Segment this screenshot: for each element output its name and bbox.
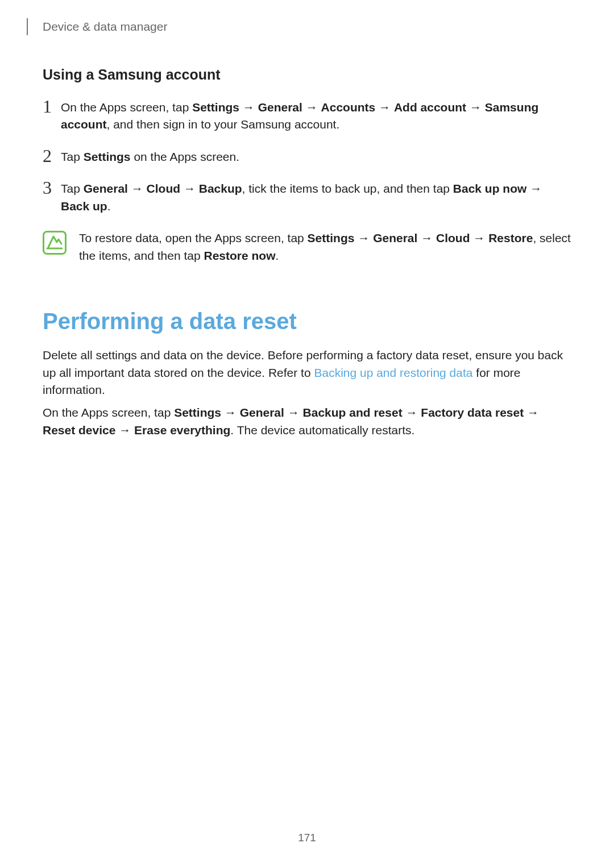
bold: Cloud [436,231,470,244]
bold: General [373,231,417,244]
page-content: Device & data manager Using a Samsung ac… [0,0,614,868]
arrow-icon: → [302,101,321,114]
bold: General [240,406,284,419]
bold: Restore [488,231,533,244]
bold: Settings [84,150,131,163]
bold: Backup [199,182,242,195]
step-number: 3 [43,178,61,197]
text: , and then sign in to your Samsung accou… [107,118,340,131]
text: Tap [61,150,84,163]
step-body: Tap Settings on the Apps screen. [61,148,571,165]
note-block: To restore data, open the Apps screen, t… [43,230,571,264]
page-number: 171 [0,832,614,844]
arrow-icon: → [128,182,147,195]
text: . [276,249,279,262]
bold: Settings [174,406,221,419]
bold: Backup and reset [303,406,403,419]
arrow-icon: → [180,182,199,195]
header-divider [27,18,28,35]
arrow-icon: → [375,101,394,114]
arrow-icon: → [284,406,303,419]
step-1: 1 On the Apps screen, tap Settings → Gen… [43,99,571,134]
body-paragraph: On the Apps screen, tap Settings → Gener… [43,404,571,439]
bold: Back up now [453,182,527,195]
text: on the Apps screen. [131,150,239,163]
arrow-icon: → [239,101,258,114]
bold: Back up [61,200,107,213]
bold: Restore now [204,249,275,262]
cross-reference-link[interactable]: Backing up and restoring data [314,366,472,379]
section-title: Performing a data reset [43,309,571,334]
bold: Accounts [321,101,376,114]
bold: General [84,182,128,195]
subsection-title: Using a Samsung account [43,67,571,83]
step-number: 1 [43,97,61,115]
text: , tick the items to back up, and then ta… [242,182,453,195]
text: On the Apps screen, tap [43,406,174,419]
arrow-icon: → [354,231,373,244]
arrow-icon: → [470,231,489,244]
bold: Erase everything [134,423,230,437]
note-icon [43,231,67,255]
svg-rect-0 [44,232,66,254]
step-2: 2 Tap Settings on the Apps screen. [43,148,571,165]
bold: Reset device [43,423,115,437]
text: Tap [61,182,84,195]
step-body: On the Apps screen, tap Settings → Gener… [61,99,571,134]
note-text: To restore data, open the Apps screen, t… [79,230,571,264]
text: . [107,200,111,213]
text: . The device automatically restarts. [230,423,414,437]
arrow-icon: → [417,231,436,244]
bold: Settings [308,231,355,244]
arrow-icon: → [115,423,134,437]
page-header: Device & data manager [27,18,571,35]
step-body: Tap General → Cloud → Backup, tick the i… [61,180,571,215]
arrow-icon: → [466,101,485,114]
arrow-icon: → [403,406,421,419]
body-paragraph: Delete all settings and data on the devi… [43,347,571,398]
arrow-icon: → [526,182,542,195]
bold: Factory data reset [421,406,524,419]
arrow-icon: → [221,406,240,419]
bold: General [258,101,302,114]
text: On the Apps screen, tap [61,101,192,114]
bold: Settings [192,101,239,114]
text: To restore data, open the Apps screen, t… [79,231,308,244]
header-section-label: Device & data manager [43,20,167,34]
bold: Add account [394,101,466,114]
step-number: 2 [43,147,61,165]
bold: Cloud [147,182,180,195]
arrow-icon: → [524,406,539,419]
step-3: 3 Tap General → Cloud → Backup, tick the… [43,180,571,215]
